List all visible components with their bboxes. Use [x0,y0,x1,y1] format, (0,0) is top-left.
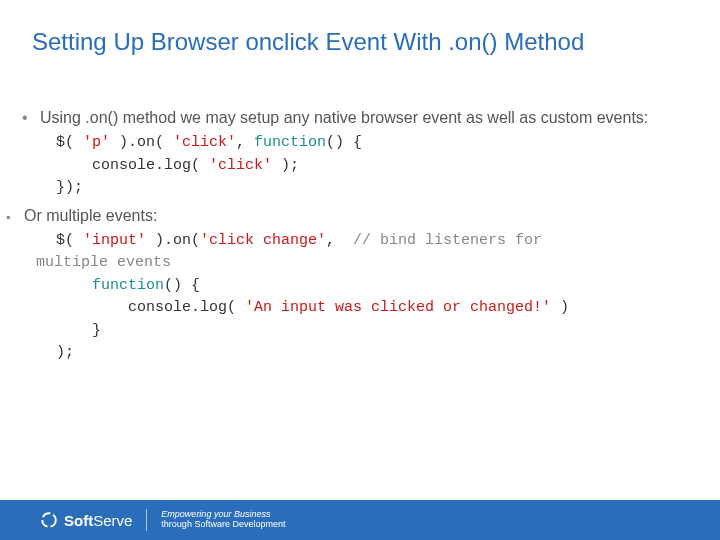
code-string: 'p' [83,134,110,151]
code-comment: // bind listeners for [353,232,542,249]
code-text: , [326,232,353,249]
code-text: console.log( [56,157,209,174]
softserve-icon [40,511,58,529]
code-text: ); [56,344,74,361]
footer-divider [146,509,147,531]
code-keyword: function [254,134,326,151]
code-text: }); [56,179,83,196]
code-string: 'click change' [200,232,326,249]
bullet-2-text: Or multiple events: [24,207,157,224]
code-text: } [56,322,101,339]
code-text [56,277,92,294]
brand-part-2: Serve [93,512,132,529]
code-text: ); [272,157,299,174]
bullet-marker: ▪ [6,208,10,226]
bullet-1-text: Using .on() method we may setup any nati… [40,109,648,126]
code-comment: multiple events [36,254,171,271]
brand-part-1: Soft [64,512,93,529]
svg-point-0 [42,513,56,527]
code-string: 'input' [83,232,146,249]
code-string: 'click' [173,134,236,151]
code-text: () { [326,134,362,151]
footer-tagline: Empowering your Business through Softwar… [161,510,285,530]
footer-bar: SoftServe Empowering your Business throu… [0,500,720,540]
code-keyword: function [92,277,164,294]
tagline-line-2: through Software Development [161,520,285,530]
code-string: 'click' [209,157,272,174]
code-text: ).on( [110,134,173,151]
slide-body: • Using .on() method we may setup any na… [0,56,720,365]
code-string: 'An input was clicked or changed!' [245,299,551,316]
bullet-1: • Using .on() method we may setup any na… [36,106,684,130]
code-block-1: $( 'p' ).on( 'click', function() { conso… [36,132,684,200]
code-text: $( [56,134,83,151]
code-text: () { [164,277,200,294]
code-text: console.log( [56,299,245,316]
bullet-2: ▪ Or multiple events: [20,204,684,228]
code-text: ).on( [146,232,200,249]
bullet-marker: • [22,106,28,130]
code-text: , [236,134,254,151]
brand-name: SoftServe [64,512,132,529]
code-block-2: $( 'input' ).on('click change', // bind … [36,230,684,365]
code-text: ) [551,299,569,316]
code-text: $( [56,232,83,249]
brand-logo: SoftServe [40,511,132,529]
slide-title: Setting Up Browser onclick Event With .o… [0,0,720,56]
